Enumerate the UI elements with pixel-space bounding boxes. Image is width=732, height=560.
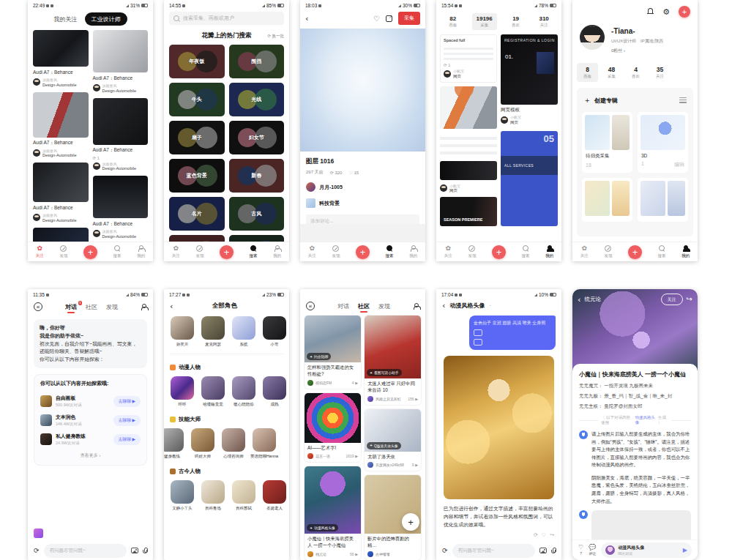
role-item[interactable]: 英语陪聊Hanna (252, 428, 277, 459)
pin-image[interactable]: REGISTRATION & LOGIN 01. (501, 34, 558, 105)
pin-image[interactable] (440, 86, 497, 129)
role-item[interactable]: 呼呼 (170, 376, 195, 407)
heart-icon[interactable]: ♡ (542, 532, 546, 538)
hot-tag[interactable]: 扇子 (169, 121, 225, 154)
role-item[interactable]: 圣诞老人 (262, 480, 287, 511)
role-avatar[interactable] (232, 316, 255, 340)
board-edit[interactable]: 编辑 (674, 161, 684, 168)
role-avatar[interactable] (263, 480, 286, 504)
nav-search[interactable]: 搜索 (522, 245, 530, 258)
back-icon[interactable]: ‹ (442, 302, 445, 310)
nav-discover[interactable]: 发现 (468, 245, 476, 258)
nav-search[interactable]: 搜索 (250, 245, 258, 258)
role-avatar[interactable] (232, 376, 255, 400)
pin-user-row[interactable]: 沐雨春风Design-Automobile (33, 78, 89, 87)
create-post-button[interactable]: + (402, 513, 419, 531)
pin-image[interactable] (33, 92, 89, 138)
refresh-icon[interactable]: ⟳ (442, 548, 448, 554)
hot-tag[interactable]: 牛头 (169, 83, 225, 116)
role-avatar[interactable] (232, 480, 255, 504)
pin-card[interactable]: REGISTRATION & LOGIN 01. 网页模板 小帆宝网页 (501, 34, 558, 127)
role-item[interactable]: 小哥 (262, 316, 287, 347)
hot-tag[interactable]: 围挡 (229, 45, 285, 78)
go-chat-button[interactable]: 去聊聊 ▶ (113, 415, 141, 426)
post-card[interactable]: ✦Q版洛天依头像 太萌了洛天依 百度网友x249c68 9▶ (365, 409, 421, 471)
tab-community[interactable]: 社区 (358, 302, 370, 310)
tab-community[interactable]: 社区 (86, 303, 97, 311)
gear-icon[interactable]: ⚙ (662, 8, 670, 16)
pin-card[interactable]: Audi A7：Behance ⟳ 1 沐雨春风Design-Automobil… (93, 98, 149, 171)
create-button[interactable]: + (628, 245, 642, 259)
stat-item[interactable]: 35 关注 (649, 63, 671, 82)
tab-my-follow[interactable]: 我的关注 (54, 15, 78, 23)
avatar[interactable] (306, 182, 315, 192)
avatar[interactable] (93, 84, 100, 92)
followers-link[interactable]: 0粉丝 › (611, 48, 663, 54)
stat-item[interactable]: 310 关注 (534, 13, 553, 30)
post-card[interactable]: ✦ AI——艺术字! 花言一语 1619▶ (305, 393, 361, 463)
pin-card[interactable]: Audi A7：Behance 沐雨春风Design-Automobile (33, 30, 89, 87)
hot-tag[interactable]: 年夜饭 (169, 45, 225, 78)
nav-discover[interactable]: 发现 (332, 245, 340, 258)
role-item[interactable]: 哈喽睡觉觉 (201, 376, 225, 407)
hot-tag[interactable]: 蓝色背景 (169, 159, 225, 193)
avatar[interactable] (307, 380, 313, 386)
hot-tag[interactable]: 光线 (229, 83, 285, 116)
pin-card[interactable]: Audi A7：Behance 沐雨春风Design-Automobile (33, 163, 89, 223)
refresh-icon[interactable]: ⟳ (34, 548, 40, 554)
list-view-icon[interactable] (679, 97, 687, 103)
heart-icon[interactable]: ♡ (373, 15, 380, 23)
role-avatar[interactable] (201, 316, 225, 340)
profile-icon[interactable] (413, 303, 419, 310)
app-logo-icon[interactable]: ai (34, 302, 42, 311)
stat-item[interactable]: 8 画板 (577, 63, 598, 82)
suggestion-item[interactable]: 私人健身教练24.9W次对话 去聊聊 ▶ (40, 430, 141, 449)
create-album-row[interactable]: ＋ 创建专辑 (582, 93, 688, 112)
tab-chat[interactable]: 对话1 (65, 303, 77, 311)
nav-follow[interactable]: ✿关注 (36, 245, 44, 258)
avatar[interactable] (367, 462, 373, 468)
pin-user-row[interactable]: 沐雨春风Design-Automobile (93, 162, 149, 171)
role-item[interactable]: 心理咨询师 (221, 428, 246, 459)
pin-image[interactable] (93, 30, 149, 72)
role-avatar[interactable] (263, 376, 286, 400)
role-avatar[interactable] (171, 316, 194, 340)
pin-image[interactable]: SEASON PREMIERE (440, 197, 497, 226)
nav-discover[interactable]: 发现 (59, 245, 67, 258)
avatar[interactable] (307, 551, 313, 557)
pin-user-row[interactable]: 沐雨春风Design-Automobile (93, 83, 149, 93)
hot-tag[interactable]: 名片 (169, 197, 225, 231)
pin-user-row[interactable]: 小帆宝网页 (444, 69, 493, 79)
nav-search[interactable]: 搜索 (113, 245, 122, 258)
nav-mine[interactable]: 我的 (545, 245, 553, 258)
pin-image[interactable] (93, 176, 149, 218)
role-avatar[interactable] (171, 376, 194, 400)
post-image[interactable]: ✦Q版洛天依头像 (365, 409, 421, 452)
pin-board-row[interactable]: 科技背景 (300, 197, 425, 213)
avatar[interactable] (307, 453, 313, 459)
pin-image[interactable] (440, 132, 497, 157)
role-avatar[interactable] (191, 428, 214, 452)
role-item[interactable]: 麦克阿瑟 (201, 316, 225, 347)
nav-search[interactable]: 搜索 (658, 245, 666, 258)
chat-entry-pill[interactable]: 动漫风格头像66次对话 ▶ (601, 542, 692, 558)
pin-image[interactable] (33, 163, 89, 202)
avatar[interactable] (580, 25, 605, 50)
create-button[interactable]: + (492, 245, 506, 259)
go-chat-button[interactable]: 去聊聊 ▶ (113, 434, 141, 445)
post-image[interactable]: ✦约会陪聊 (305, 316, 361, 362)
nav-follow[interactable]: ✿关注 (580, 245, 589, 258)
refresh-icon[interactable]: ⟳ (534, 532, 538, 538)
go-chat-button[interactable]: 去聊聊 ▶ (113, 396, 141, 407)
image-icon[interactable] (539, 548, 547, 554)
message-input[interactable]: 有问题尽管问我~ (452, 544, 535, 558)
tab-industrial-designer[interactable]: 工业设计师 (85, 12, 127, 26)
hot-tag[interactable]: 古风 (229, 197, 285, 231)
search-bar[interactable]: 搜索采集、画板或用户 (169, 12, 284, 25)
avatar[interactable] (93, 163, 100, 170)
role-item[interactable]: 百科鲁迅 (201, 480, 225, 511)
mic-icon[interactable] (143, 548, 147, 554)
send-icon[interactable]: ▶ (683, 547, 687, 553)
shuffle-button[interactable]: ⟳换一批 (267, 34, 284, 39)
avatar[interactable] (33, 149, 40, 157)
